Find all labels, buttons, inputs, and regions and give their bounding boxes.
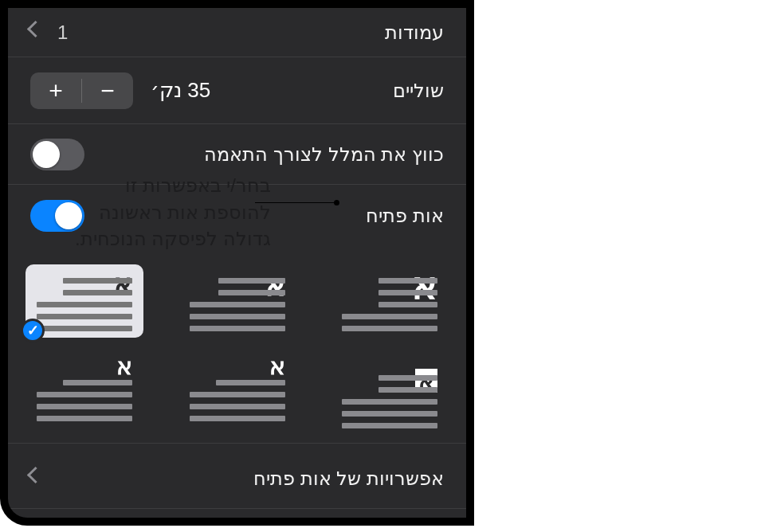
dropcap-style-2[interactable]: א [178, 264, 296, 338]
callout-leader-line [255, 202, 339, 203]
chevron-left-icon [30, 23, 41, 42]
dropcap-style-3[interactable]: א ✓ [25, 264, 143, 338]
dropcap-options-row[interactable]: אפשרויות של אות פתיח [8, 448, 466, 509]
margins-row: שוליים 35 נק׳ − + [8, 57, 466, 124]
shrink-toggle[interactable] [30, 139, 84, 170]
dropcap-options-label: אפשרויות של אות פתיח [253, 467, 444, 490]
dropcap-style-1[interactable]: א [331, 264, 449, 338]
text-format-panel: עמודות 1 שוליים 35 נק׳ − + כווץ את המלל … [8, 8, 466, 518]
margins-decrement-button[interactable]: − [82, 72, 133, 109]
aleph-icon: א [116, 354, 132, 378]
aleph-icon: א [269, 354, 285, 378]
dropcap-style-4[interactable]: א [331, 362, 449, 435]
dropcap-style-5[interactable]: א [178, 362, 296, 435]
columns-label: עמודות [385, 22, 444, 44]
callout-text: בחר/י באפשרות זו להוספת אות ראשונה גדולה… [16, 172, 271, 252]
selected-check-icon: ✓ [21, 319, 45, 342]
dropcap-style-6[interactable]: א [25, 362, 143, 435]
chevron-left-icon [30, 469, 41, 488]
margins-value: 35 נק׳ [151, 78, 210, 103]
margins-increment-button[interactable]: + [30, 72, 81, 109]
shrink-label: כווץ את המלל לצורך התאמה [204, 143, 444, 166]
columns-row[interactable]: עמודות 1 [8, 8, 466, 57]
columns-value: 1 [57, 22, 68, 44]
margins-stepper: − + [30, 72, 133, 109]
margins-label: שוליים [393, 80, 444, 102]
dropcap-styles-section: א א [8, 247, 466, 444]
dropcap-label: אות פתיח [366, 205, 444, 227]
